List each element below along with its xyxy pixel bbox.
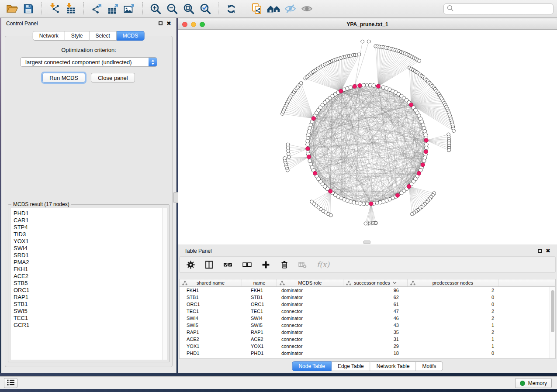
vertical-splitter-handle[interactable]: [173, 192, 178, 203]
columns-icon[interactable]: [205, 260, 213, 269]
run-mcds-button[interactable]: Run MCDS: [42, 73, 85, 83]
export-image-icon[interactable]: [123, 2, 137, 16]
float-panel-icon[interactable]: [159, 21, 163, 25]
delete-table-icon: [298, 260, 307, 269]
save-session-icon[interactable]: [21, 2, 35, 16]
deselect-all-icon[interactable]: [242, 260, 252, 269]
table-row[interactable]: STB1STB1dominator620: [180, 294, 555, 301]
search-input[interactable]: [456, 6, 550, 12]
mcds-result-item[interactable]: CAR1: [14, 217, 167, 224]
show-all-icon[interactable]: [300, 2, 314, 16]
clone-network-icon[interactable]: [250, 2, 264, 16]
mcds-result-item[interactable]: SWI5: [14, 308, 167, 315]
zoom-in-icon[interactable]: [149, 2, 163, 16]
table-tab-motifs[interactable]: Motifs: [416, 361, 443, 371]
close-panel-button[interactable]: Close panel: [91, 73, 135, 83]
table-cell: dominator: [277, 350, 343, 357]
zoom-selected-icon[interactable]: [198, 2, 212, 16]
table-cell: 1: [408, 343, 498, 350]
network-window-titlebar[interactable]: YPA_prune.txt_1: [178, 19, 557, 30]
control-panel-header: Control Panel ✖: [1, 18, 176, 29]
hide-selected-icon[interactable]: [283, 2, 297, 16]
close-table-panel-icon[interactable]: ✖: [546, 248, 550, 254]
export-network-icon[interactable]: [90, 2, 104, 16]
column-header-MCDS-role[interactable]: MCDS role: [277, 279, 343, 286]
mcds-result-item[interactable]: FKH1: [14, 266, 167, 273]
tab-style[interactable]: Style: [65, 31, 90, 41]
column-header-shared-name[interactable]: shared name: [180, 279, 242, 286]
horizontal-splitter-handle[interactable]: [363, 241, 370, 244]
tab-network[interactable]: Network: [33, 31, 65, 41]
table-scrollbar-thumb[interactable]: [551, 290, 554, 332]
table-cell: ACE2: [242, 336, 277, 343]
table-row[interactable]: PHD1PHD1dominator180: [180, 350, 555, 357]
table-tab-edge-table[interactable]: Edge Table: [332, 361, 370, 371]
optimization-criterion-select[interactable]: largest connected component (undirected): [20, 57, 157, 67]
mcds-result-item[interactable]: YOX1: [14, 238, 167, 245]
mcds-result-item[interactable]: PHD1: [14, 210, 167, 217]
table-cell: FKH1: [180, 287, 242, 294]
mcds-list-scrollbar[interactable]: [162, 208, 167, 360]
mcds-result-item[interactable]: SRD1: [14, 252, 167, 259]
mcds-result-item[interactable]: GCR1: [14, 322, 167, 329]
column-header-name[interactable]: name: [242, 279, 277, 286]
table-cell: 43: [343, 322, 408, 329]
panel-menu-button[interactable]: [4, 378, 17, 388]
table-cell: SWI5: [242, 322, 277, 329]
export-table-icon[interactable]: [106, 2, 120, 16]
tab-select[interactable]: Select: [90, 31, 117, 41]
table-row[interactable]: YOX1YOX1connector291: [180, 343, 555, 350]
close-panel-icon[interactable]: ✖: [166, 21, 171, 26]
table-row[interactable]: SWI5SWI5connector431: [180, 322, 555, 329]
settings-icon[interactable]: [187, 260, 195, 269]
table-tab-node-table[interactable]: Node Table: [292, 361, 332, 371]
mcds-result-item[interactable]: PMA2: [14, 259, 167, 266]
table-toolbar: f(x): [179, 256, 556, 273]
mcds-result-item[interactable]: TID3: [14, 231, 167, 238]
delete-column-icon[interactable]: [280, 260, 288, 269]
mcds-result-item[interactable]: ACE2: [14, 273, 167, 280]
column-header-successor-nodes[interactable]: successor nodes: [343, 279, 408, 286]
control-panel: Control Panel ✖ NetworkStyleSelectMCDS O…: [1, 18, 176, 373]
mcds-result-item[interactable]: STP4: [14, 224, 167, 231]
table-row[interactable]: SWI4SWI4dominator462: [180, 315, 555, 322]
maximize-window-icon[interactable]: [200, 22, 205, 27]
table-row[interactable]: RAP1RAP1dominator352: [180, 329, 555, 336]
sitemap-icon: [182, 281, 187, 286]
mcds-result-item[interactable]: SWI4: [14, 245, 167, 252]
column-header-predecessor-nodes[interactable]: predecessor nodes: [408, 279, 498, 286]
first-neighbors-icon[interactable]: [266, 2, 280, 16]
close-window-icon[interactable]: [182, 22, 187, 27]
column-label: predecessor nodes: [432, 280, 474, 285]
fit-content-icon[interactable]: [182, 2, 196, 16]
float-table-panel-icon[interactable]: [538, 249, 542, 253]
table-row[interactable]: ORC1ORC1dominator610: [180, 301, 555, 308]
table-cell: 0: [408, 294, 498, 301]
table-row[interactable]: ACE2ACE2connector311: [180, 336, 555, 343]
table-tab-network-table[interactable]: Network Table: [370, 361, 416, 371]
memory-button[interactable]: Memory: [515, 378, 552, 388]
optimization-criterion-label: Optimization criterion:: [5, 47, 172, 53]
mcds-result-item[interactable]: RAP1: [14, 294, 167, 301]
column-header-filler: [498, 279, 555, 286]
open-file-icon[interactable]: [5, 2, 19, 16]
mcds-result-item[interactable]: STB5: [14, 280, 167, 287]
refresh-layout-icon[interactable]: [224, 2, 238, 16]
search-box[interactable]: [443, 3, 554, 14]
table-panel: Table Panel ✖ f(x) shared namenameMCDS r…: [178, 246, 557, 373]
mcds-result-item[interactable]: TEC1: [14, 315, 167, 322]
mcds-result-item[interactable]: ORC1: [14, 287, 167, 294]
table-cell: connector: [277, 308, 343, 315]
network-canvas[interactable]: [178, 30, 557, 244]
import-table-icon[interactable]: [64, 2, 78, 16]
table-row[interactable]: FKH1FKH1dominator962: [180, 287, 555, 294]
select-all-icon[interactable]: [223, 260, 232, 269]
minimize-window-icon[interactable]: [191, 22, 196, 27]
zoom-out-icon[interactable]: [165, 2, 179, 16]
toolbar-separator: [41, 2, 42, 15]
import-network-icon[interactable]: [47, 2, 61, 16]
tab-mcds[interactable]: MCDS: [117, 31, 145, 41]
add-column-icon[interactable]: [262, 260, 270, 269]
mcds-result-item[interactable]: STB1: [14, 301, 167, 308]
table-row[interactable]: TEC1TEC1connector472: [180, 308, 555, 315]
